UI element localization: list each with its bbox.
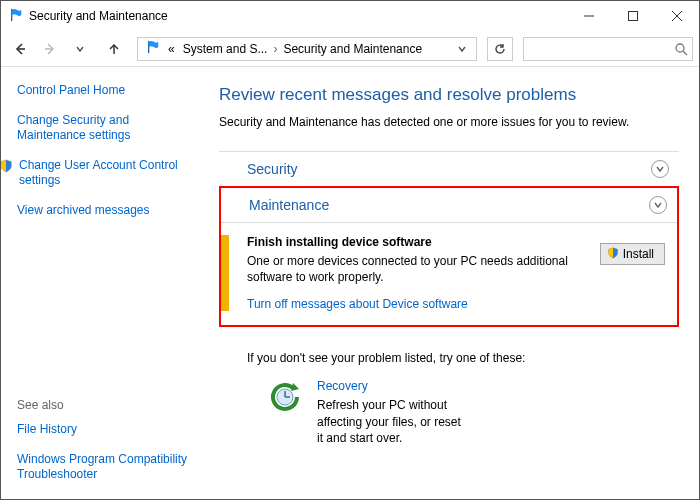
see-also-file-history-link[interactable]: File History (17, 422, 199, 438)
install-button-label: Install (623, 247, 654, 261)
shield-icon (607, 247, 619, 262)
alert-title: Finish installing device software (247, 235, 592, 249)
maximize-button[interactable] (611, 1, 655, 31)
not-listed-text: If you don't see your problem listed, tr… (247, 351, 679, 365)
breadcrumb-prefix[interactable]: « (164, 40, 179, 58)
body: Control Panel Home Change Security and M… (1, 67, 699, 499)
see-also-section: See also File History Windows Program Co… (17, 398, 199, 489)
back-button[interactable] (7, 36, 33, 62)
chevron-down-icon (651, 160, 669, 178)
sidebar: Control Panel Home Change Security and M… (1, 67, 209, 499)
chevron-down-icon (649, 196, 667, 214)
sidebar-view-archived-link[interactable]: View archived messages (17, 203, 199, 219)
titlebar: Security and Maintenance (1, 1, 699, 31)
page-subtext: Security and Maintenance has detected on… (219, 115, 679, 129)
window-title: Security and Maintenance (29, 9, 567, 23)
maintenance-panel-label: Maintenance (249, 197, 329, 213)
recent-dropdown-button[interactable] (67, 36, 93, 62)
sidebar-change-uac-label: Change User Account Control settings (19, 158, 199, 189)
close-button[interactable] (655, 1, 699, 31)
search-input[interactable] (524, 38, 692, 60)
maintenance-block: Maintenance Finish installing device sof… (219, 186, 679, 327)
svg-rect-1 (629, 12, 638, 21)
address-flag-icon (146, 40, 160, 57)
main-content: Review recent messages and resolve probl… (209, 67, 699, 499)
breadcrumb-level1[interactable]: System and S... (179, 40, 272, 58)
address-dropdown-button[interactable] (452, 45, 472, 53)
sidebar-change-uac-link[interactable]: Change User Account Control settings (1, 158, 199, 189)
alert-description: One or more devices connected to your PC… (247, 253, 592, 285)
up-button[interactable] (101, 36, 127, 62)
security-panel-label: Security (247, 161, 298, 177)
alert-content: Finish installing device software One or… (247, 235, 600, 311)
recovery-icon (267, 379, 303, 446)
breadcrumb-level2[interactable]: Security and Maintenance (279, 40, 426, 58)
sidebar-change-sec-link[interactable]: Change Security and Maintenance settings (17, 113, 199, 144)
see-also-win-prog-link[interactable]: Windows Program Compatibility Troublesho… (17, 452, 199, 483)
shield-icon (1, 159, 13, 178)
alert-turn-off-link[interactable]: Turn off messages about Device software (247, 297, 592, 311)
recovery-text: Recovery Refresh your PC without affecti… (317, 379, 467, 446)
see-also-heading: See also (17, 398, 199, 412)
alert-severity-stripe (221, 235, 229, 311)
alert-box: Finish installing device software One or… (221, 223, 677, 325)
recovery-link[interactable]: Recovery (317, 379, 467, 393)
recovery-desc: Refresh your PC without affecting your f… (317, 397, 467, 446)
search-icon[interactable] (674, 42, 688, 59)
maintenance-panel-header[interactable]: Maintenance (221, 188, 677, 223)
search-box[interactable] (523, 37, 693, 61)
minimize-button[interactable] (567, 1, 611, 31)
breadcrumb-sep-icon[interactable]: › (271, 42, 279, 56)
address-bar[interactable]: « System and S... › Security and Mainten… (137, 37, 477, 61)
flag-icon (9, 8, 23, 25)
refresh-button[interactable] (487, 37, 513, 61)
svg-point-7 (676, 44, 684, 52)
window-root: Security and Maintenance « System and S.… (0, 0, 700, 500)
svg-line-8 (683, 51, 687, 55)
recovery-section: Recovery Refresh your PC without affecti… (267, 379, 679, 446)
sidebar-home-link[interactable]: Control Panel Home (17, 83, 199, 99)
page-heading: Review recent messages and resolve probl… (219, 85, 679, 105)
toolbar: « System and S... › Security and Mainten… (1, 31, 699, 67)
install-button[interactable]: Install (600, 243, 665, 265)
forward-button[interactable] (37, 36, 63, 62)
security-panel-header[interactable]: Security (219, 151, 679, 186)
